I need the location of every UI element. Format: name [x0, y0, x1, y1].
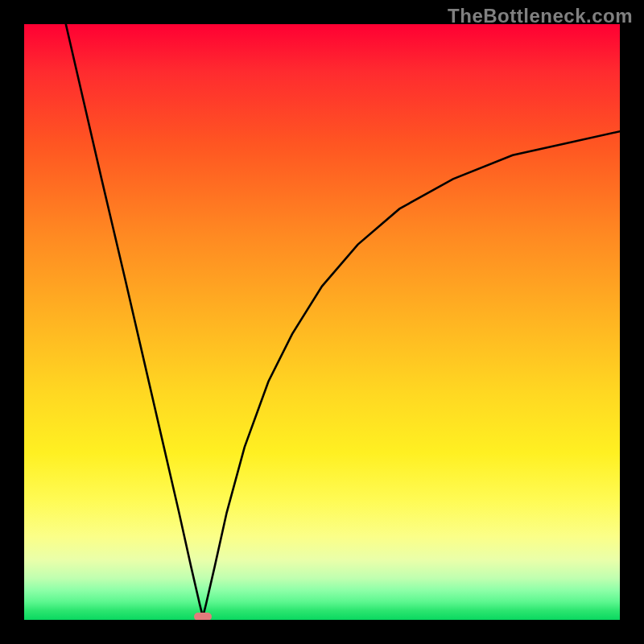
- minimum-marker: [194, 613, 212, 620]
- bottleneck-curve: [66, 24, 620, 617]
- chart-container: TheBottleneck.com: [0, 0, 644, 644]
- plot-area: [24, 24, 620, 620]
- watermark-text: TheBottleneck.com: [448, 5, 633, 27]
- curve-svg: [24, 24, 620, 620]
